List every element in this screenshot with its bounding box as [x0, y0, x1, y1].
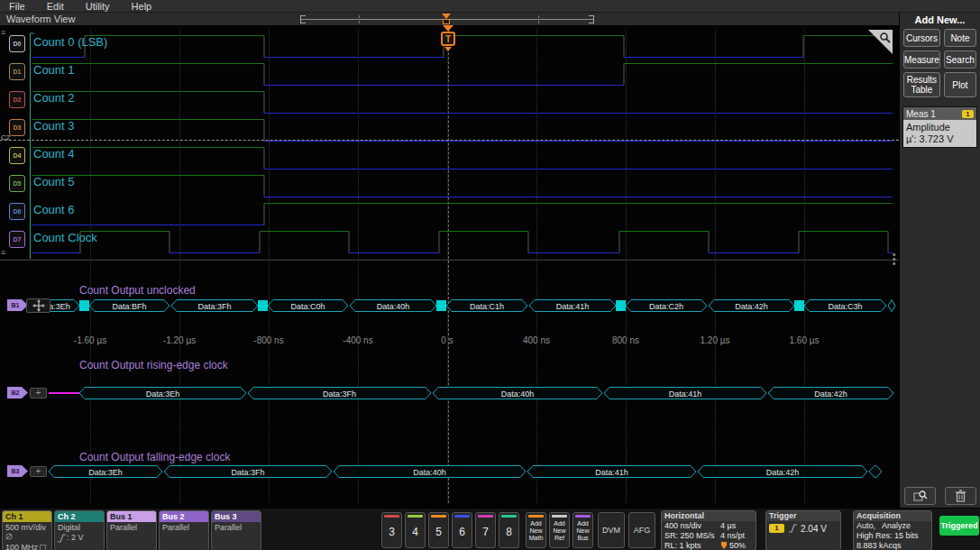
splitter-handle-icon[interactable]: •••	[893, 252, 896, 266]
channel-number: 7	[476, 526, 495, 538]
add-new-plot-button[interactable]: Plot	[944, 72, 976, 97]
add-new-search-button[interactable]: Search	[944, 50, 976, 69]
bus-expand-button[interactable]: +	[30, 388, 47, 399]
svg-text:Data:3Fh: Data:3Fh	[197, 302, 231, 311]
menu-item-file[interactable]: File	[0, 0, 36, 13]
channel-badge-line: 100 MHz	[5, 543, 49, 550]
add-new-bus-button[interactable]: Add New Bus	[572, 512, 593, 548]
channel-badge-7[interactable]: 7	[475, 512, 496, 548]
overview-left-bracket[interactable]	[300, 15, 306, 23]
horizontal-value: SR: 250 MS/s	[664, 531, 720, 541]
digital-channels-layer: D0Count 0 (LSB)D1Count 1D2Count 2D3Count…	[0, 30, 899, 261]
menu-item-help[interactable]: Help	[121, 0, 163, 13]
channel-color-stripe	[408, 515, 423, 518]
add-new-math-button[interactable]: Add New Math	[526, 512, 546, 548]
svg-text:Data:42h: Data:42h	[735, 302, 768, 311]
view-splitter[interactable]	[0, 259, 899, 261]
digital-channel-badge-d4[interactable]: D4	[9, 147, 25, 164]
channel-badge-body: Parallel	[160, 522, 208, 534]
digital-channel-label: Count 1	[33, 63, 75, 77]
acquisition-panel[interactable]: AcquisitionAuto, AnalyzeHigh Res: 15 bit…	[853, 510, 932, 550]
channel-badge-body: Parallel	[212, 522, 261, 534]
channel-badge-body: Digital: 2 V	[55, 522, 104, 544]
waveform-view-title: Waveform View	[6, 14, 75, 24]
svg-text:Data:41h: Data:41h	[556, 302, 590, 311]
add-new-results-table-button[interactable]: Results Table	[903, 72, 940, 97]
channel-badge-6[interactable]: 6	[452, 512, 472, 548]
bus-row-b1: Data:3EhData:BFhData:3FhData:C0hData:40h…	[0, 298, 899, 313]
add-new-title: Add New...	[900, 13, 980, 27]
channel-badge-bus-1[interactable]: Bus 1Parallel	[106, 510, 157, 550]
add-new-cursors-button[interactable]: Cursors	[903, 29, 940, 47]
channel-badge-ch-2[interactable]: Ch 2Digital: 2 V	[54, 510, 105, 550]
trigger-panel[interactable]: Trigger12.04 V	[765, 510, 841, 550]
digital-channel-badge-d6[interactable]: D6	[9, 203, 25, 220]
channel-badge-4[interactable]: 4	[405, 512, 426, 548]
digital-channel-badge-d7[interactable]: D7	[9, 231, 25, 248]
menu-item-utility[interactable]: Utility	[75, 0, 121, 13]
bus-expand-button[interactable]: +	[30, 466, 47, 477]
bus-label-b2: Count Output rising-edge clock	[79, 359, 228, 371]
zoom-mode-button[interactable]	[904, 487, 936, 505]
waveform-plot[interactable]: ≡ ≡ D0Count 0 (LSB)D1Count 1D2Count 2D3C…	[0, 25, 899, 508]
digital-channel-label: Count 3	[33, 119, 75, 133]
horizontal-value: 50%	[729, 541, 746, 550]
badge-color-stripe	[575, 515, 591, 518]
digital-channel-badge-d0[interactable]: D0	[9, 35, 25, 52]
acquisition-row: High Res: 15 bits	[854, 531, 931, 541]
time-axis-label: -1.20 µs	[151, 335, 208, 345]
digital-channel-badge-d3[interactable]: D3	[9, 119, 25, 136]
digital-threshold-label: C2	[1, 133, 10, 142]
drag-handle-overlay[interactable]	[26, 298, 50, 313]
add-new-note-button[interactable]: Note	[944, 29, 976, 47]
channel-badge-line: Digital	[58, 523, 101, 533]
trigger-flag-arrow-icon[interactable]	[443, 25, 453, 32]
add-new-measure-button[interactable]: Measure	[903, 50, 940, 69]
acquisition-row: 8.883 kAcqs	[854, 541, 931, 550]
dvm-button[interactable]: DVM	[598, 512, 625, 548]
digital-channel-badge-d5[interactable]: D5	[9, 175, 25, 192]
channel-color-stripe	[454, 515, 470, 518]
channel-badge-5[interactable]: 5	[428, 512, 449, 548]
svg-text:Data:C0h: Data:C0h	[290, 302, 325, 311]
horizontal-panel[interactable]: Horizontal400 ns/div4 µsSR: 250 MS/s4 ns…	[661, 510, 756, 550]
digital-channel-badge-d1[interactable]: D1	[9, 63, 25, 80]
overview-right-bracket[interactable]	[589, 15, 594, 23]
measurement-badge-header: Meas 1 1	[903, 107, 976, 120]
overview-trigger-marker-box[interactable]	[443, 19, 450, 24]
svg-text:Data:3Fh: Data:3Fh	[323, 390, 356, 399]
horizontal-panel-title: Horizontal	[662, 511, 756, 521]
measurement-name: Meas 1	[906, 109, 962, 119]
horizontal-value: 4 ns/pt	[720, 531, 745, 541]
horizontal-panel-row: SR: 250 MS/s4 ns/pt	[662, 531, 756, 541]
bus-row-b2: Data:3EhData:3FhData:40hData:41hData:42h…	[0, 386, 899, 400]
channel-badge-line: Parallel	[215, 523, 258, 533]
results-bar-footer	[900, 487, 980, 505]
trash-icon	[955, 490, 966, 502]
measurement-badge[interactable]: Meas 1 1 Amplitude µ': 3.723 V	[902, 106, 977, 148]
digital-channel-badge-d2[interactable]: D2	[9, 91, 25, 108]
acquisition-panel-title: Acquisition	[854, 511, 931, 521]
channel-badge-bus-3[interactable]: Bus 3Parallel	[211, 510, 261, 550]
svg-text:Data:BFh: Data:BFh	[112, 302, 146, 311]
channel-number: 6	[453, 526, 472, 538]
afg-button[interactable]: AFG	[628, 512, 655, 548]
bus-label-b3: Count Output falling-edge clock	[79, 451, 230, 463]
horizontal-panel-row: RL: 1 kpts50%	[662, 541, 756, 550]
measurement-kind: Amplitude	[906, 122, 974, 133]
trigger-level-value: 2.04 V	[801, 524, 827, 534]
measurement-badge-body: Amplitude µ': 3.723 V	[903, 120, 976, 147]
channel-badge-bus-2[interactable]: Bus 2Parallel	[159, 510, 209, 550]
channel-color-stripe	[501, 515, 517, 518]
menu-item-edit[interactable]: Edit	[36, 0, 75, 13]
channel-badge-8[interactable]: 8	[499, 512, 519, 548]
channel-badge-line-text: : 2 V	[67, 533, 84, 543]
oscilloscope-app: FileEditUtilityHelp Waveform View ≡ ≡ D0…	[0, 0, 980, 550]
add-new-ref-button[interactable]: Add New Ref	[549, 512, 570, 548]
channel-badge-3[interactable]: 3	[381, 512, 402, 548]
delete-button[interactable]	[945, 487, 976, 505]
channel-badge-title: Bus 1	[107, 511, 156, 522]
channel-number: 4	[406, 526, 425, 538]
trigger-flag[interactable]: T	[441, 32, 455, 46]
channel-badge-ch-1[interactable]: Ch 1500 mV/div100 MHz	[2, 510, 52, 550]
